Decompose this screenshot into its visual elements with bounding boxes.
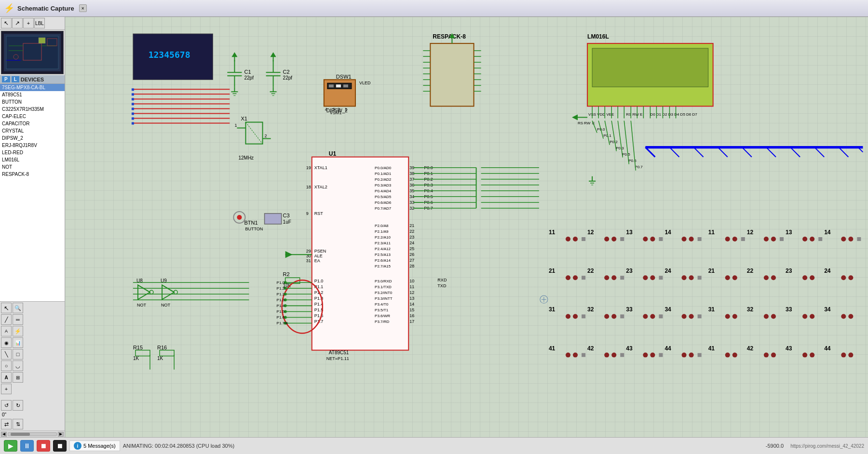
tool-zoom-in[interactable]: 🔍 <box>13 303 23 313</box>
svg-rect-321 <box>659 353 663 357</box>
svg-line-240 <box>611 120 616 151</box>
tool-line[interactable]: ╲ <box>1 349 12 360</box>
wire-tool[interactable]: ↗ <box>12 18 23 28</box>
svg-point-371 <box>764 353 769 358</box>
svg-rect-306 <box>620 314 624 318</box>
svg-text:21: 21 <box>708 267 715 274</box>
p-button[interactable]: P <box>2 76 10 82</box>
tool-label[interactable]: A <box>1 326 12 336</box>
add-tool[interactable]: + <box>23 18 34 28</box>
svg-text:1uF: 1uF <box>283 219 291 225</box>
tool-circle[interactable]: ○ <box>1 361 12 371</box>
svg-text:PSEN: PSEN <box>314 249 326 254</box>
tool-flip-h[interactable]: ⇄ <box>1 419 12 429</box>
svg-rect-24 <box>132 112 134 115</box>
tool-box[interactable]: □ <box>13 349 23 360</box>
device-item-not[interactable]: NOT <box>0 163 65 171</box>
svg-point-363 <box>841 314 846 319</box>
tool-rotate-cw[interactable]: ↻ <box>13 400 23 411</box>
svg-text:22: 22 <box>587 267 594 274</box>
side-tools: ↖ 🔍 ╱ ═ A ⚡ ◉ 📊 ╲ □ ○ ◡ <box>0 301 65 430</box>
svg-text:P0.3: P0.3 <box>616 146 624 150</box>
svg-point-289 <box>566 275 570 280</box>
svg-point-317 <box>611 353 616 358</box>
l-button[interactable]: L <box>12 76 19 82</box>
svg-line-255 <box>742 147 752 157</box>
device-item-cap-elec[interactable]: CAP-ELEC <box>0 113 65 120</box>
svg-point-284 <box>650 237 655 241</box>
svg-marker-156 <box>138 285 150 299</box>
svg-rect-25 <box>132 117 134 120</box>
svg-point-335 <box>802 237 807 241</box>
svg-text:24: 24 <box>665 267 671 274</box>
tool-arc[interactable]: ◡ <box>13 361 23 371</box>
tool-marker[interactable]: ⊞ <box>13 372 23 383</box>
tool-wire[interactable]: ╱ <box>1 314 12 325</box>
svg-point-369 <box>725 353 730 358</box>
select-tool[interactable]: ↖ <box>1 18 12 28</box>
svg-rect-340 <box>857 237 861 241</box>
svg-text:P1.4: P1.4 <box>277 304 285 308</box>
stop2-button[interactable]: ⏹ <box>53 440 67 452</box>
svg-text:21: 21 <box>409 223 414 228</box>
svg-marker-42 <box>271 52 276 57</box>
device-item-led-red[interactable]: LED-RED <box>0 149 65 156</box>
svg-rect-309 <box>659 314 663 318</box>
svg-point-348 <box>771 275 776 280</box>
svg-text:P2.3/A11: P2.3/A11 <box>375 241 391 245</box>
stop-button[interactable]: ⏹ <box>37 440 50 452</box>
svg-text:13: 13 <box>626 229 633 236</box>
label-tool[interactable]: LBL <box>34 18 45 28</box>
device-item-c3225[interactable]: C3225X7R1H335M <box>0 106 65 113</box>
svg-text:24: 24 <box>409 240 414 245</box>
svg-text:33: 33 <box>786 306 792 313</box>
svg-point-280 <box>604 237 609 241</box>
svg-text:2: 2 <box>265 134 267 138</box>
svg-text:R16: R16 <box>157 345 167 350</box>
svg-text:P1.2: P1.2 <box>277 292 285 296</box>
info-icon: i <box>74 442 81 450</box>
svg-text:14: 14 <box>409 302 414 307</box>
svg-point-360 <box>771 314 776 319</box>
tool-graph[interactable]: 📊 <box>13 337 23 348</box>
svg-point-319 <box>643 353 648 358</box>
device-item-crystal[interactable]: CRYSTAL <box>0 127 65 134</box>
close-button[interactable]: × <box>79 4 87 12</box>
svg-point-311 <box>689 314 694 319</box>
svg-point-310 <box>682 314 687 319</box>
tool-text[interactable]: A <box>1 372 12 383</box>
device-item-capacitor[interactable]: CAPACITOR <box>0 120 65 127</box>
device-item-respack8[interactable]: RESPACK-8 <box>0 171 65 178</box>
svg-point-292 <box>604 275 609 280</box>
tool-bus[interactable]: ═ <box>13 314 23 325</box>
svg-line-259 <box>839 147 848 157</box>
device-item-lm016l[interactable]: LM016L <box>0 156 65 163</box>
tool-flip-v[interactable]: ⇅ <box>13 419 23 429</box>
device-item-dipsw2[interactable]: DIPSW_2 <box>0 134 65 142</box>
sidebar-scrollbar[interactable]: ◀ ▶ <box>0 430 65 437</box>
tool-cursor[interactable]: ↖ <box>1 303 12 313</box>
animating-text: ANIMATING: 00:02:04.280853 (CPU load 30%… <box>123 443 235 449</box>
svg-text:R2: R2 <box>283 271 290 277</box>
svg-text:P3.6/WR: P3.6/WR <box>375 314 390 318</box>
svg-text:43: 43 <box>786 345 792 352</box>
svg-line-65 <box>245 122 262 144</box>
svg-rect-20 <box>132 93 134 95</box>
device-item-7seg[interactable]: 7SEG-MPX8-CA-BL <box>0 84 65 91</box>
svg-rect-291 <box>582 276 585 280</box>
tool-add-pin[interactable]: + <box>1 384 12 394</box>
device-item-erj[interactable]: ERJ-8RQJ1R8V <box>0 142 65 149</box>
svg-rect-19 <box>132 88 134 91</box>
pause-button[interactable]: ⏸ <box>20 440 34 452</box>
tool-power[interactable]: ⚡ <box>13 326 23 336</box>
title-bar: ⚡ Schematic Capture × <box>0 0 868 17</box>
tool-rotate-ccw[interactable]: ↺ <box>1 400 12 411</box>
canvas-area[interactable]: 12345678 C1 22pf <box>65 17 868 437</box>
svg-text:1K: 1K <box>133 356 139 361</box>
play-button[interactable]: ▶ <box>4 440 17 452</box>
device-item-at89c51[interactable]: AT89C51 <box>0 91 65 98</box>
device-item-button[interactable]: BUTTON <box>0 98 65 106</box>
tool-probe[interactable]: ◉ <box>1 337 12 348</box>
svg-text:1: 1 <box>234 123 237 128</box>
svg-text:BUTTON: BUTTON <box>245 227 263 231</box>
